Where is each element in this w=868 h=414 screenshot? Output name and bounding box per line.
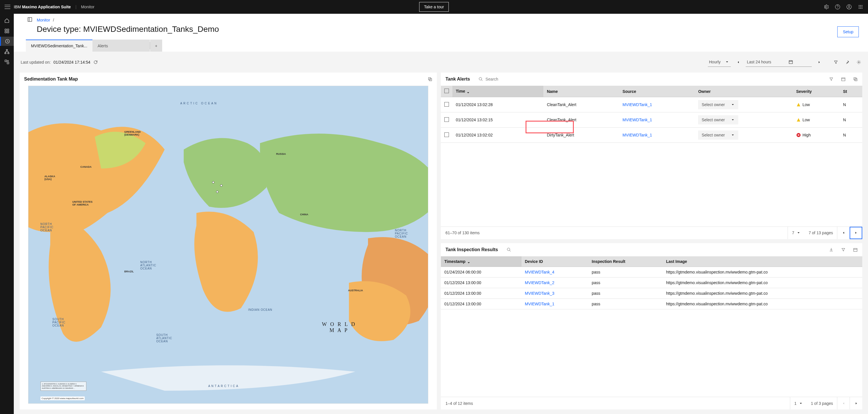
row-checkbox[interactable] — [444, 133, 449, 137]
source-link[interactable]: MVIEWDTank_1 — [623, 117, 652, 122]
svg-point-32 — [479, 77, 482, 80]
pin-icon[interactable] — [845, 60, 849, 65]
updated-label: Last updated on: — [21, 60, 51, 65]
svg-point-3 — [848, 5, 850, 7]
alerts-range: 61–70 of 130 items — [445, 231, 479, 235]
svg-point-29 — [858, 62, 859, 63]
owner-select[interactable]: Select owner — [698, 115, 738, 125]
world-map[interactable]: A R C T I C O C E A N NORTHPACIFICOCEAN … — [28, 86, 428, 404]
expand-icon[interactable] — [853, 77, 858, 81]
col-source[interactable]: Source — [619, 86, 695, 97]
table-row: 01/12/2024 13:00:00MVIEWDTank_3passhttps… — [441, 288, 862, 299]
alerts-search-input[interactable] — [485, 77, 520, 81]
cell-name: DirtyTank_Alert — [544, 128, 619, 143]
user-icon[interactable] — [846, 4, 852, 10]
row-checkbox[interactable] — [444, 117, 449, 122]
filter-icon[interactable] — [829, 77, 834, 81]
expand-icon[interactable] — [428, 77, 432, 81]
col-result[interactable]: Inspection Result — [588, 256, 663, 267]
calendar-icon[interactable] — [841, 77, 846, 81]
owner-select[interactable]: Select owner — [698, 131, 738, 140]
table-row: 01/12/2024 13:00:00MVIEWDTank_2passhttps… — [441, 277, 862, 288]
settings-icon[interactable] — [857, 60, 861, 65]
col-severity[interactable]: Severity — [793, 86, 840, 97]
filter-icon[interactable] — [841, 247, 846, 252]
device-link[interactable]: MVIEWDTank_3 — [525, 291, 555, 296]
inspection-range: 1–4 of 12 items — [445, 401, 473, 406]
svg-rect-23 — [28, 18, 32, 22]
cell-time: 01/12/2024 13:02:15 — [453, 112, 544, 128]
inspection-per-page[interactable]: 1 — [790, 397, 807, 409]
col-time[interactable]: Time — [453, 86, 544, 97]
alerts-prev-page[interactable] — [837, 227, 849, 239]
refresh-icon[interactable] — [93, 60, 98, 65]
col-name[interactable]: Name — [544, 86, 619, 97]
alerts-per-page[interactable]: 7 — [787, 227, 805, 239]
col-image[interactable]: Last Image — [662, 256, 862, 267]
calendar-icon[interactable] — [853, 247, 858, 252]
breadcrumb-root[interactable]: Monitor — [37, 18, 50, 22]
calendar-icon — [788, 60, 793, 64]
left-rail — [0, 14, 14, 414]
row-checkbox[interactable] — [444, 102, 449, 107]
svg-rect-13 — [5, 29, 6, 30]
search-icon[interactable] — [507, 247, 511, 252]
date-range-picker[interactable]: Last 24 hours — [746, 57, 812, 67]
tab-alerts[interactable]: Alerts — [92, 40, 150, 51]
inspection-next-page[interactable] — [849, 397, 862, 409]
rail-dashboard[interactable] — [0, 26, 14, 36]
workspace-toolbar: Last updated on: 01/24/2024 17:14:54 Hou… — [20, 56, 862, 69]
brand: IBM Maximo Application Suite — [14, 5, 71, 9]
tab-device-type[interactable]: MVIEWDSedimentation_Tank... — [26, 40, 92, 51]
device-link[interactable]: MVIEWDTank_2 — [525, 280, 555, 285]
chevron-down-icon — [731, 103, 735, 107]
settings-icon[interactable] — [823, 4, 829, 10]
sort-desc-icon — [467, 260, 471, 264]
take-tour-button[interactable]: Take a tour — [419, 2, 448, 12]
svg-rect-36 — [854, 78, 856, 80]
table-row: 01/12/2024 13:02:15CleanTank_AlertMVIEWD… — [441, 112, 862, 128]
svg-rect-34 — [842, 78, 845, 81]
svg-line-33 — [482, 80, 483, 81]
col-owner[interactable]: Owner — [694, 86, 793, 97]
device-link[interactable]: MVIEWDTank_1 — [525, 302, 555, 306]
device-link[interactable]: MVIEWDTank_4 — [525, 270, 555, 274]
setup-button[interactable]: Setup — [837, 26, 859, 37]
search-icon[interactable] — [478, 77, 483, 81]
tab-add[interactable]: + — [150, 40, 162, 51]
rail-hierarchy[interactable] — [0, 47, 14, 56]
alerts-next-page[interactable] — [849, 227, 862, 239]
svg-point-8 — [860, 7, 861, 7]
rail-home[interactable] — [0, 16, 14, 25]
cell-image: https://gtmdemo.visualinspection.mviwwde… — [662, 299, 862, 309]
filter-icon[interactable] — [834, 60, 838, 65]
panel-collapse-icon[interactable] — [27, 17, 32, 22]
brand-prefix: IBM — [14, 5, 21, 9]
source-link[interactable]: MVIEWDTank_1 — [623, 133, 652, 137]
granularity-dropdown[interactable]: Hourly — [708, 57, 731, 67]
range-prev[interactable] — [734, 58, 743, 67]
svg-rect-30 — [429, 78, 431, 80]
help-icon[interactable] — [835, 4, 840, 10]
tabs: MVIEWDSedimentation_Tank... Alerts + — [23, 40, 859, 51]
rail-setup[interactable] — [0, 57, 14, 67]
inspection-prev-page[interactable] — [837, 397, 849, 409]
svg-point-5 — [860, 5, 861, 6]
table-row: 01/12/2024 13:00:00MVIEWDTank_1passhttps… — [441, 299, 862, 309]
svg-point-9 — [862, 7, 863, 7]
svg-rect-15 — [5, 32, 6, 33]
col-timestamp[interactable]: Timestamp — [441, 256, 522, 267]
select-all-checkbox[interactable] — [444, 89, 449, 93]
source-link[interactable]: MVIEWDTank_1 — [623, 102, 652, 107]
owner-select[interactable]: Select owner — [698, 100, 738, 109]
cell-image: https://gtmdemo.visualinspection.mviwwde… — [662, 288, 862, 299]
rail-monitor[interactable] — [0, 37, 14, 46]
brand-sub[interactable]: Monitor — [81, 5, 94, 9]
col-device[interactable]: Device ID — [522, 256, 588, 267]
apps-icon[interactable] — [858, 4, 863, 10]
menu-button[interactable] — [5, 4, 10, 10]
download-icon[interactable] — [829, 247, 834, 252]
map-card-title: Sedimentation Tank Map — [24, 76, 78, 82]
range-next[interactable] — [815, 58, 824, 67]
col-status[interactable]: St — [840, 86, 862, 97]
